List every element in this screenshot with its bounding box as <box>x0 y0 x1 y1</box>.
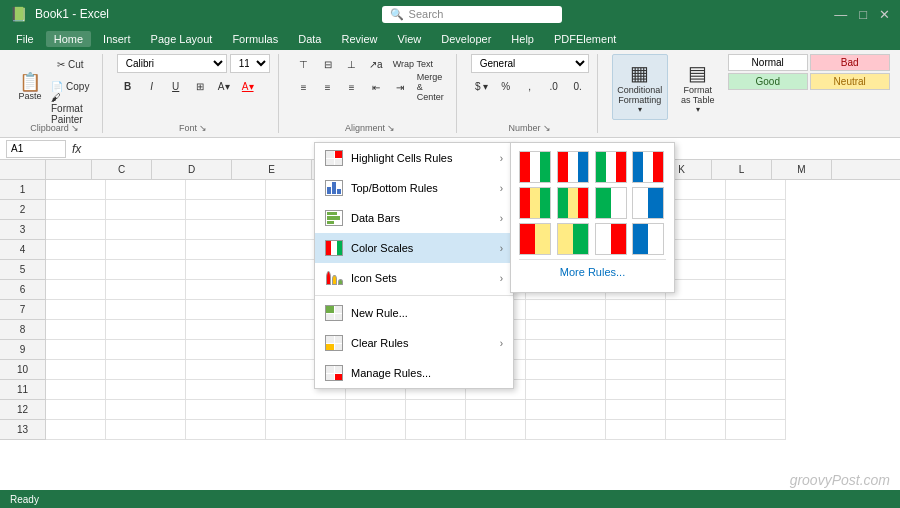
orientation-button[interactable]: ↗a <box>365 54 387 74</box>
grid-cell[interactable] <box>46 220 106 240</box>
color-scale-swatch-6[interactable] <box>595 187 627 219</box>
color-scale-swatch-5[interactable] <box>557 187 589 219</box>
grid-cell[interactable] <box>526 300 606 320</box>
grid-cell[interactable] <box>266 400 346 420</box>
grid-cell[interactable] <box>726 260 786 280</box>
grid-cell[interactable] <box>606 340 666 360</box>
menu-home[interactable]: Home <box>46 31 91 47</box>
grid-cell[interactable] <box>726 400 786 420</box>
number-format-select[interactable]: General <box>471 54 589 73</box>
border-button[interactable]: ⊞ <box>189 76 211 96</box>
merge-center-button[interactable]: Merge & Center <box>413 77 448 97</box>
grid-cell[interactable] <box>46 180 106 200</box>
col-header-m[interactable]: M <box>772 160 832 179</box>
format-as-table-button[interactable]: ▤ Format as Table ▾ <box>672 54 724 120</box>
color-scale-swatch-1[interactable] <box>557 151 589 183</box>
grid-cell[interactable] <box>726 420 786 440</box>
row-header-13[interactable]: 13 <box>0 420 45 440</box>
col-header-row[interactable] <box>46 160 92 179</box>
wrap-text-button[interactable]: Wrap Text <box>389 54 437 74</box>
menu-pagelayout[interactable]: Page Layout <box>143 31 221 47</box>
decrease-indent-button[interactable]: ⇤ <box>365 77 387 97</box>
grid-cell[interactable] <box>606 300 666 320</box>
percent-button[interactable]: % <box>495 76 517 96</box>
align-left-button[interactable]: ≡ <box>293 77 315 97</box>
grid-cell[interactable] <box>106 260 186 280</box>
row-header-3[interactable]: 3 <box>0 220 45 240</box>
grid-cell[interactable] <box>46 380 106 400</box>
grid-cell[interactable] <box>186 280 266 300</box>
grid-cell[interactable] <box>186 360 266 380</box>
grid-cell[interactable] <box>666 300 726 320</box>
menu-review[interactable]: Review <box>333 31 385 47</box>
decrease-decimal-button[interactable]: .0 <box>543 76 565 96</box>
grid-cell[interactable] <box>106 200 186 220</box>
grid-cell[interactable] <box>606 400 666 420</box>
grid-cell[interactable] <box>106 220 186 240</box>
grid-cell[interactable] <box>186 420 266 440</box>
grid-cell[interactable] <box>46 320 106 340</box>
grid-cell[interactable] <box>406 420 466 440</box>
grid-cell[interactable] <box>726 320 786 340</box>
menu-formulas[interactable]: Formulas <box>224 31 286 47</box>
more-rules-link[interactable]: More Rules... <box>519 259 666 284</box>
grid-cell[interactable] <box>186 300 266 320</box>
row-header-4[interactable]: 4 <box>0 240 45 260</box>
grid-cell[interactable] <box>526 320 606 340</box>
grid-cell[interactable] <box>466 400 526 420</box>
paste-button[interactable]: 📋 Paste <box>16 64 44 110</box>
grid-cell[interactable] <box>606 420 666 440</box>
grid-cell[interactable] <box>46 200 106 220</box>
col-header-d[interactable]: D <box>152 160 232 179</box>
comma-button[interactable]: , <box>519 76 541 96</box>
menu-developer[interactable]: Developer <box>433 31 499 47</box>
grid-cell[interactable] <box>666 280 726 300</box>
grid-cell[interactable] <box>186 380 266 400</box>
grid-cell[interactable] <box>726 180 786 200</box>
grid-cell[interactable] <box>46 300 106 320</box>
menu-data-bars[interactable]: Data Bars › <box>315 203 513 233</box>
grid-cell[interactable] <box>46 400 106 420</box>
format-painter-button[interactable]: 🖌 Format Painter <box>47 99 94 119</box>
maximize-icon[interactable]: □ <box>859 7 867 22</box>
grid-cell[interactable] <box>186 220 266 240</box>
grid-cell[interactable] <box>726 220 786 240</box>
grid-cell[interactable] <box>46 340 106 360</box>
grid-cell[interactable] <box>186 320 266 340</box>
grid-cell[interactable] <box>46 360 106 380</box>
menu-data[interactable]: Data <box>290 31 329 47</box>
grid-cell[interactable] <box>106 420 186 440</box>
grid-cell[interactable] <box>666 220 726 240</box>
grid-cell[interactable] <box>526 420 606 440</box>
grid-cell[interactable] <box>186 200 266 220</box>
grid-cell[interactable] <box>106 300 186 320</box>
grid-cell[interactable] <box>666 240 726 260</box>
grid-cell[interactable] <box>606 360 666 380</box>
row-header-9[interactable]: 9 <box>0 340 45 360</box>
menu-insert[interactable]: Insert <box>95 31 139 47</box>
grid-cell[interactable] <box>46 280 106 300</box>
color-scale-swatch-11[interactable] <box>632 223 664 255</box>
grid-cell[interactable] <box>186 240 266 260</box>
menu-highlight-cells[interactable]: Highlight Cells Rules › <box>315 143 513 173</box>
grid-cell[interactable] <box>726 380 786 400</box>
minimize-icon[interactable]: — <box>834 7 847 22</box>
increase-decimal-button[interactable]: 0. <box>567 76 589 96</box>
menu-pdfelement[interactable]: PDFElement <box>546 31 624 47</box>
grid-cell[interactable] <box>106 340 186 360</box>
menu-help[interactable]: Help <box>503 31 542 47</box>
select-all-button[interactable] <box>0 160 46 179</box>
grid-cell[interactable] <box>666 380 726 400</box>
menu-file[interactable]: File <box>8 31 42 47</box>
grid-cell[interactable] <box>466 420 526 440</box>
color-scale-swatch-9[interactable] <box>557 223 589 255</box>
menu-top-bottom[interactable]: Top/Bottom Rules › <box>315 173 513 203</box>
italic-button[interactable]: I <box>141 76 163 96</box>
align-right-button[interactable]: ≡ <box>341 77 363 97</box>
row-header-7[interactable]: 7 <box>0 300 45 320</box>
align-bottom-button[interactable]: ⊥ <box>341 54 363 74</box>
grid-cell[interactable] <box>726 200 786 220</box>
align-center-button[interactable]: ≡ <box>317 77 339 97</box>
color-scale-swatch-0[interactable] <box>519 151 551 183</box>
grid-cell[interactable] <box>666 400 726 420</box>
